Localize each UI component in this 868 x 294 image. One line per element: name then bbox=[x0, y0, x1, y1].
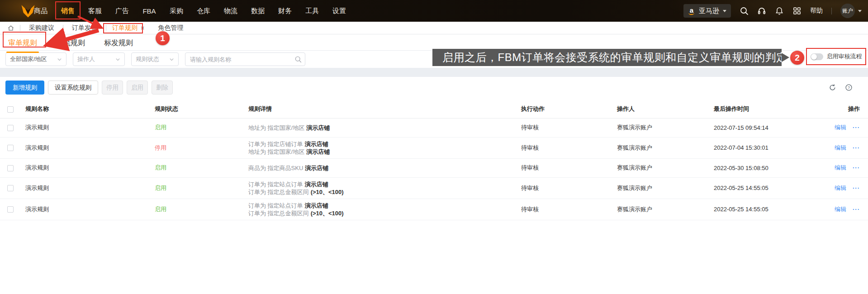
col-operator: 操作人 bbox=[608, 100, 705, 118]
divider bbox=[831, 8, 832, 14]
col-rule-status: 规则状态 bbox=[150, 100, 245, 118]
tab-order-rules-label: 订单规则 bbox=[112, 24, 138, 32]
subtab-audit-rules[interactable]: 审单规则 bbox=[7, 38, 38, 50]
refresh-icon[interactable] bbox=[829, 84, 836, 91]
search-icon[interactable] bbox=[740, 6, 749, 15]
delete-button[interactable]: 删除 bbox=[152, 81, 173, 95]
toggle-knob bbox=[811, 54, 817, 60]
row-checkbox[interactable] bbox=[7, 185, 14, 191]
edit-link[interactable]: 编辑 bbox=[835, 206, 846, 213]
col-rule-details: 规则详情 bbox=[245, 100, 512, 118]
edit-link[interactable]: 编辑 bbox=[835, 164, 846, 171]
tab-order-rules[interactable]: 订单规则 × bbox=[107, 24, 150, 32]
top-nav: 商品 销售 客服 广告 FBA 采购 仓库 物流 数据 财务 工具 设置 a 亚… bbox=[0, 0, 868, 22]
exec-action: 待审核 bbox=[512, 158, 608, 177]
tab-purchase-advice[interactable]: 采购建议 bbox=[21, 24, 62, 32]
edit-link[interactable]: 编辑 bbox=[835, 144, 846, 151]
nav-item-purchase[interactable]: 采购 bbox=[163, 7, 190, 15]
row-checkbox[interactable] bbox=[7, 165, 14, 171]
rule-details: 地址为 指定国家/地区演示店铺 bbox=[245, 118, 512, 137]
last-op-time: 2022-07-04 15:30:01 bbox=[705, 137, 829, 158]
marketplace-selector[interactable]: a 亚马逊 bbox=[683, 4, 731, 18]
more-actions[interactable]: ··· bbox=[853, 164, 860, 171]
edit-link[interactable]: 编辑 bbox=[835, 124, 846, 131]
exec-action: 待审核 bbox=[512, 199, 608, 220]
more-actions[interactable]: ··· bbox=[853, 185, 860, 191]
chevron-down-icon bbox=[858, 10, 862, 12]
chevron-down-icon bbox=[115, 57, 120, 62]
edit-link[interactable]: 编辑 bbox=[835, 185, 846, 191]
sub-tabs: 审单规则 物流规则 标发规则 bbox=[0, 34, 868, 51]
table-header-row: 规则名称 规则状态 规则详情 执行动作 操作人 最后操作时间 操作 bbox=[0, 100, 868, 118]
rule-status-select[interactable]: 规则状态 bbox=[131, 52, 179, 66]
tab-order-shipping[interactable]: 订单发货 bbox=[64, 24, 105, 32]
operator: 赛狐演示账户 bbox=[608, 118, 705, 137]
nav-item-ads[interactable]: 广告 bbox=[109, 7, 136, 15]
rule-details: 订单为 指定站点订单演示店铺 订单为 指定总金额区间(>10、<100) bbox=[245, 199, 512, 220]
apps-grid-icon[interactable] bbox=[792, 6, 802, 15]
enable-button[interactable]: 启用 bbox=[127, 81, 148, 95]
nav-item-sales[interactable]: 销售 bbox=[54, 7, 81, 15]
callout-text: 启用之后，FBM订单将会接受系统的审单规则和自定义审单规则的判定 bbox=[442, 50, 787, 65]
subtab-logistics-rules[interactable]: 物流规则 bbox=[55, 38, 86, 50]
account-menu[interactable]: 账户 bbox=[840, 4, 862, 18]
rule-details: 订单为 指定站点订单演示店铺 订单为 指定总金额区间(>10、<100) bbox=[245, 177, 512, 199]
nav-item-service[interactable]: 客服 bbox=[81, 7, 109, 15]
exec-action: 待审核 bbox=[512, 177, 608, 199]
operator: 赛狐演示账户 bbox=[608, 137, 705, 158]
nav-item-settings[interactable]: 设置 bbox=[326, 7, 353, 15]
home-icon[interactable] bbox=[7, 24, 14, 32]
status-badge: 启用 bbox=[155, 124, 166, 131]
rule-details: 商品为 指定商品SKU演示店铺 bbox=[245, 158, 512, 177]
add-rule-button[interactable]: 新增规则 bbox=[5, 81, 44, 95]
section-divider bbox=[0, 68, 868, 77]
nav-item-finance[interactable]: 财务 bbox=[271, 7, 299, 15]
toolbar: 新增规则 设置系统规则 停用 启用 删除 ? bbox=[0, 77, 868, 95]
nav-item-data[interactable]: 数据 bbox=[244, 7, 271, 15]
more-actions[interactable]: ··· bbox=[853, 144, 860, 151]
divider bbox=[63, 25, 63, 31]
rule-status-placeholder: 规则状态 bbox=[136, 55, 159, 63]
status-badge: 启用 bbox=[155, 164, 166, 171]
topnav-right: a 亚马逊 帮助 账户 bbox=[683, 0, 862, 22]
rule-name-search-input[interactable] bbox=[185, 52, 305, 66]
country-select[interactable]: 全部国家/地区 bbox=[5, 52, 66, 66]
audit-flow-toggle-row: 启用审核流程 bbox=[807, 49, 865, 64]
chevron-down-icon bbox=[57, 57, 62, 62]
more-actions[interactable]: ··· bbox=[853, 206, 860, 213]
svg-text:?: ? bbox=[848, 85, 850, 90]
disable-button[interactable]: 停用 bbox=[102, 81, 123, 95]
nav-item-warehouse[interactable]: 仓库 bbox=[190, 7, 217, 15]
tab-role-management[interactable]: 角色管理 bbox=[150, 24, 191, 32]
row-checkbox[interactable] bbox=[7, 145, 14, 151]
bell-icon[interactable] bbox=[775, 6, 784, 15]
system-rules-button[interactable]: 设置系统规则 bbox=[48, 81, 98, 95]
chevron-down-icon bbox=[723, 10, 726, 12]
more-actions[interactable]: ··· bbox=[853, 124, 860, 131]
row-checkbox[interactable] bbox=[7, 206, 14, 213]
nav-item-tools[interactable]: 工具 bbox=[299, 7, 326, 15]
help-link[interactable]: 帮助 bbox=[810, 7, 823, 15]
row-checkbox[interactable] bbox=[7, 125, 14, 131]
operator-select[interactable]: 操作人 bbox=[73, 52, 125, 66]
divider bbox=[20, 25, 20, 31]
col-rule-name: 规则名称 bbox=[22, 100, 150, 118]
rule-details: 订单为 指定店铺订单演示店铺 地址为 指定国家/地区演示店铺 bbox=[245, 137, 512, 158]
nav-item-fba[interactable]: FBA bbox=[136, 7, 163, 15]
status-badge: 停用 bbox=[155, 144, 166, 151]
table-row: 演示规则 启用 订单为 指定站点订单演示店铺 订单为 指定总金额区间(>10、<… bbox=[0, 177, 868, 199]
toggle-label: 启用审核流程 bbox=[827, 52, 862, 61]
amazon-icon: a bbox=[688, 7, 695, 15]
avatar: 账户 bbox=[840, 4, 855, 18]
help-circle-icon[interactable]: ? bbox=[845, 84, 853, 91]
close-icon[interactable]: × bbox=[141, 25, 144, 31]
headset-icon[interactable] bbox=[757, 6, 766, 15]
toggle-switch[interactable] bbox=[811, 53, 823, 60]
last-op-time: 2022-05-30 15:08:50 bbox=[705, 158, 829, 177]
select-all-checkbox[interactable] bbox=[7, 106, 14, 113]
rule-name: 演示规则 bbox=[22, 118, 150, 137]
nav-item-products[interactable]: 商品 bbox=[27, 7, 54, 15]
divider bbox=[106, 25, 106, 31]
subtab-labeling-rules[interactable]: 标发规则 bbox=[103, 38, 134, 50]
nav-item-logistics[interactable]: 物流 bbox=[217, 7, 244, 15]
